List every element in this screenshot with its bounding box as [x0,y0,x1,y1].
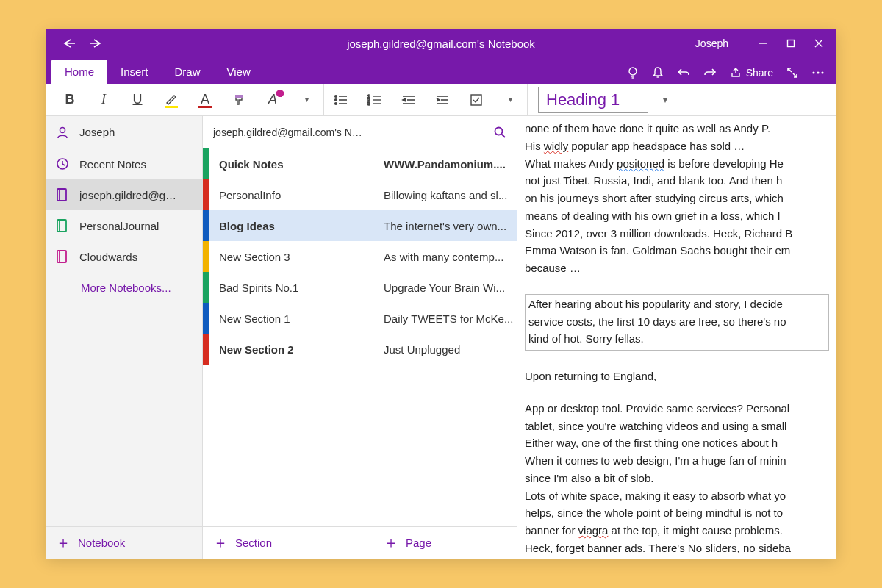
svg-point-30 [60,127,65,132]
section-color-tab [203,148,209,179]
content-area: Joseph Recent Notes joseph.gildred@g… Pe… [46,116,836,559]
tab-home[interactable]: Home [51,60,107,84]
tab-view[interactable]: View [214,60,264,84]
bullet-list-button[interactable] [324,84,358,115]
notebook-item[interactable]: joseph.gildred@g… [46,179,202,210]
editor-line[interactable]: embedded videos, no banner ads. It makes… [525,558,829,559]
notebook-item[interactable]: PersonalJournal [46,210,202,241]
tab-insert[interactable]: Insert [107,60,162,84]
window-title: joseph.gildred@gmail.com's Notebook [347,37,535,50]
editor-line[interactable]: none of them have done it quite as well … [525,121,829,137]
font-dropdown-chevron[interactable]: ▾ [290,84,323,115]
paragraph-dropdown-chevron[interactable]: ▾ [493,84,527,115]
editor-line[interactable]: Heck, forget banner ads. There's No slid… [525,540,829,556]
editor-body[interactable]: none of them have done it quite as well … [517,116,836,559]
section-item[interactable]: New Section 1 [203,303,373,334]
notebooks-pane: Joseph Recent Notes joseph.gildred@g… Pe… [46,116,203,559]
recent-notes-item[interactable]: Recent Notes [46,148,202,179]
editor-line[interactable]: since I'm also a bit of slob. [525,470,829,487]
editor-line[interactable]: not just Tibet. Russia, Indi, and blank … [525,173,829,189]
editor-line[interactable]: Either way, one of the first thing one n… [525,435,829,451]
editor-line[interactable]: Upon returning to England, [525,368,829,384]
more-icon[interactable] [811,71,825,75]
page-item[interactable]: Daily TWEETS for McKe... [373,303,517,334]
page-item[interactable]: The internet's very own... [373,210,517,241]
editor-line[interactable] [525,278,829,291]
section-item[interactable]: New Section 2 [203,334,373,365]
page-item[interactable]: As with many contemp... [373,241,517,272]
editor-line[interactable] [525,386,829,399]
redo-icon[interactable] [703,67,717,79]
editor-line[interactable]: service costs, the first 10 days are fre… [528,314,825,330]
section-item[interactable]: Bad Spirits No.1 [203,272,373,303]
todo-tag-button[interactable] [459,84,493,115]
style-dropdown-chevron[interactable]: ▾ [663,95,667,105]
editor-line[interactable] [525,354,829,367]
bell-icon[interactable] [652,66,664,79]
bold-button[interactable]: B [53,84,87,115]
undo-icon[interactable] [677,67,690,79]
editor-line[interactable]: When it comes to web design, I'm a huge … [525,453,829,469]
lightbulb-icon[interactable] [627,66,639,79]
editor-line[interactable]: tablet, since you're watching videos and… [525,418,829,434]
notebook-label: PersonalJournal [79,220,159,232]
editor-line[interactable]: banner for viagra at the top, it might c… [525,523,829,539]
editor-line[interactable]: kind of hot. Sorry fellas. [528,331,825,347]
svg-point-8 [821,71,823,74]
forward-button[interactable] [90,36,104,51]
notebook-item[interactable]: Cloudwards [46,241,202,272]
section-item[interactable]: Blog Ideas [203,210,373,241]
editor-line[interactable]: because … [525,260,829,276]
section-label: Blog Ideas [219,220,275,232]
more-notebooks-link[interactable]: More Notebooks... [46,272,202,303]
share-button[interactable]: Share [730,67,773,79]
editor-line[interactable]: Since 2012, over 3 million downloads. He… [525,226,829,242]
add-notebook-button[interactable]: ＋ Notebook [46,526,202,559]
maximize-button[interactable] [784,36,798,51]
add-page-button[interactable]: ＋ Page [373,526,517,559]
format-painter-button[interactable] [222,84,256,115]
add-notebook-label: Notebook [78,537,125,549]
underline-button[interactable]: U [121,84,154,115]
italic-button[interactable]: I [87,84,121,115]
style-selector[interactable]: Heading 1 [538,87,648,113]
editor-line[interactable]: After hearing about his popularity and s… [528,296,825,312]
section-color-tab [203,272,209,303]
page-item[interactable]: Billowing kaftans and sl... [373,179,517,210]
account-name[interactable]: Joseph [695,37,728,49]
notebook-icon [56,219,69,232]
editor-line[interactable]: Lots of white space, making it easy to a… [525,488,829,504]
highlight-button[interactable] [154,84,188,115]
editor-pane[interactable]: none of them have done it quite as well … [517,116,836,559]
add-section-button[interactable]: ＋ Section [203,526,373,559]
page-item[interactable]: Upgrade Your Brain Wi... [373,272,517,303]
minimize-button[interactable] [756,36,770,51]
close-button[interactable] [811,36,826,51]
section-item[interactable]: New Section 3 [203,241,373,272]
svg-point-13 [335,98,337,101]
page-item[interactable]: WWW.Pandamonium.... [373,148,517,179]
editor-line[interactable]: His widly popular app headspace has sold… [525,138,829,154]
numbered-list-button[interactable]: 123 [358,84,392,115]
editor-line[interactable]: Emma Watson is fan. Goldman Sachs bought… [525,243,829,259]
clear-formatting-button[interactable]: A [256,84,290,115]
section-item[interactable]: PersonalInfo [203,179,373,210]
tab-draw[interactable]: Draw [162,60,214,84]
editor-line[interactable]: means of dealing with his own grief in a… [525,208,829,224]
indent-button[interactable] [426,84,459,115]
outdent-button[interactable] [392,84,426,115]
svg-rect-10 [276,90,284,97]
page-item[interactable]: Just Unplugged [373,334,517,365]
editor-line[interactable]: on his journeys short after studying cir… [525,190,829,207]
editor-line[interactable]: App or desktop tool. Provide same servic… [525,401,829,417]
font-color-button[interactable]: A [188,84,222,115]
editor-line[interactable]: helps, since the whole point of being mi… [525,505,829,521]
section-item[interactable]: Quick Notes [203,148,373,179]
back-button[interactable] [62,36,76,51]
editor-line[interactable]: What makes Andy positoned is before deve… [525,156,829,172]
section-color-tab [203,303,209,334]
notebooks-header: Joseph [79,126,115,138]
search-icon[interactable] [493,126,506,139]
section-label: New Section 1 [219,312,290,325]
fullscreen-icon[interactable] [786,67,798,79]
